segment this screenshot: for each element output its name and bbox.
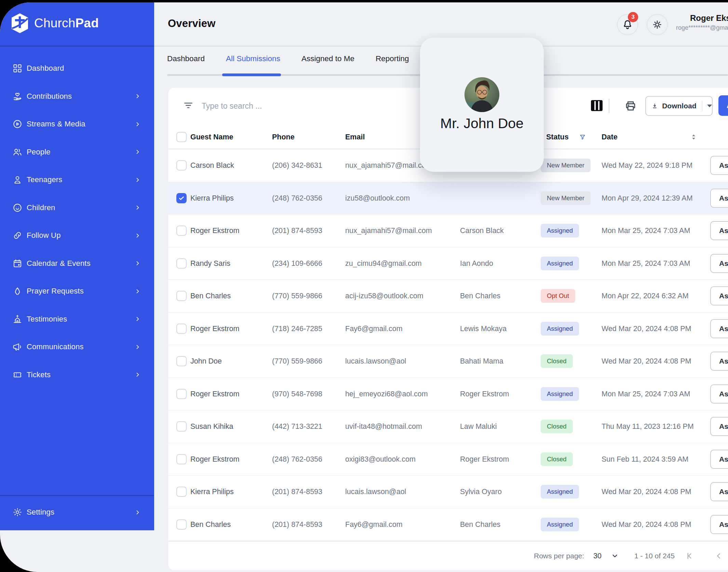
column-header-email[interactable]: Email [345, 133, 365, 141]
row-checkbox[interactable] [176, 193, 187, 203]
row-checkbox[interactable] [176, 291, 187, 301]
sidebar-item-label: Prayer Requests [27, 287, 84, 296]
sidebar-item-calendar-events[interactable]: Calendar & Events [0, 253, 154, 274]
phone-cell: (248) 762-0356 [272, 455, 322, 463]
sidebar-item-dashboard[interactable]: Dashboard [0, 57, 154, 79]
printer-icon [624, 99, 637, 112]
date-cell: Wed Mar 20, 2024 4:08 PM [602, 488, 691, 496]
table-row[interactable]: John Doe(770) 559-9866lucais.lawson@aolB… [168, 345, 728, 378]
status-badge: Closed [541, 354, 573, 368]
sidebar-item-communications[interactable]: Communications [0, 336, 154, 358]
date-cell: Sun Feb 11, 2024 3:59 AM [602, 455, 688, 463]
tab-assigned-to-me[interactable]: Assigned to Me [301, 54, 354, 63]
sidebar-item-testimonies[interactable]: Testimonies [0, 308, 154, 330]
previous-page-button[interactable] [714, 551, 723, 560]
sidebar-item-settings[interactable]: Settings [0, 501, 154, 523]
table-row[interactable]: Ben Charles(770) 559-9866acij-izu58@outl… [168, 280, 728, 313]
row-assign-button[interactable]: Assign [710, 156, 728, 175]
row-assign-button[interactable]: Assign [710, 384, 728, 404]
rows-per-page-label: Rows per page: [534, 552, 584, 560]
sidebar-item-children[interactable]: Children [0, 197, 154, 219]
table-row[interactable]: Roger Ekstrom(970) 548-7698hej_emeyozi68… [168, 378, 728, 411]
user-name: Roger Ekstrom [690, 13, 728, 23]
row-checkbox[interactable] [176, 454, 187, 464]
table-row[interactable]: Randy Saris(234) 109-6666zu_cimu94@gmail… [168, 247, 728, 280]
sidebar-item-label: Teenagers [27, 175, 63, 184]
sidebar-item-tickets[interactable]: Tickets [0, 364, 154, 386]
column-header-phone[interactable]: Phone [272, 133, 295, 141]
table-row[interactable]: Roger Ekstrom(718) 246-7285Fay6@gmail.co… [168, 313, 728, 345]
select-all-checkbox[interactable] [176, 132, 187, 142]
tab-all-submissions[interactable]: All Submissions [226, 54, 280, 63]
sidebar-item-teenagers[interactable]: Teenagers [0, 169, 154, 191]
app-logo-text: ChurchPad [34, 16, 99, 30]
row-assign-button[interactable]: Assign [710, 254, 728, 273]
guest-preview-popup: Mr. John Doe [420, 38, 544, 172]
app-logo[interactable]: ChurchPad [10, 13, 99, 34]
rows-per-page-caret-icon[interactable] [611, 552, 619, 560]
row-assign-button[interactable]: Assign [710, 450, 728, 469]
sidebar-item-contributions[interactable]: Contributions [0, 85, 154, 107]
first-page-button[interactable] [685, 551, 694, 560]
sidebar-item-streams-media[interactable]: Streams & Media [0, 113, 154, 135]
download-icon [651, 101, 658, 110]
row-assign-button[interactable]: Assign [710, 221, 728, 240]
row-assign-button[interactable]: Assign [710, 417, 728, 436]
row-checkbox[interactable] [176, 519, 187, 530]
row-checkbox[interactable] [176, 258, 187, 269]
row-assign-button[interactable]: Assign [710, 482, 728, 501]
download-button[interactable]: Download [645, 96, 713, 116]
guest-name-cell: John Doe [190, 357, 222, 366]
table-row[interactable]: Kierra Philips(201) 874-8593lucais.lawso… [168, 476, 728, 508]
table-row[interactable]: Susan Kihika(442) 713-3221uvif-ita48@hot… [168, 410, 728, 443]
row-checkbox[interactable] [176, 324, 187, 334]
row-assign-button[interactable]: Assign [710, 189, 728, 208]
chevron-right-icon [135, 149, 140, 155]
row-checkbox[interactable] [176, 487, 187, 497]
table-row[interactable]: Roger Ekstrom(248) 762-0356oxigi83@outlo… [168, 443, 728, 476]
print-button[interactable] [624, 99, 637, 114]
chevron-right-icon [135, 205, 140, 210]
date-cell: Wed May 22, 2024 9:18 PM [602, 161, 692, 170]
row-checkbox[interactable] [176, 226, 187, 236]
search-input[interactable] [201, 97, 394, 115]
column-header-guest-name[interactable]: Guest Name [190, 133, 233, 141]
column-header-date[interactable]: Date [602, 133, 618, 141]
guest-name-cell: Randy Saris [190, 259, 230, 268]
download-label: Download [662, 102, 696, 110]
sidebar-item-label: Streams & Media [27, 120, 85, 128]
add-button[interactable]: Add [718, 95, 728, 116]
table-row[interactable]: Kierra Philips(248) 762-0356izu58@outloo… [168, 182, 728, 215]
sidebar-item-follow-up[interactable]: Follow Up [0, 224, 154, 246]
download-caret-icon[interactable] [707, 105, 712, 107]
row-assign-button[interactable]: Assign [710, 286, 728, 305]
user-menu[interactable]: Roger Ekstrom roge*********@gmail.com [690, 13, 728, 23]
guest-popup-name: Mr. John Doe [420, 115, 544, 132]
phone-cell: (201) 874-8593 [272, 520, 322, 529]
table-row[interactable]: Ben Charles(201) 874-8593Fay6@gmail.comB… [168, 508, 728, 541]
notifications-button[interactable]: 3 [617, 14, 638, 35]
row-checkbox[interactable] [176, 421, 187, 432]
sidebar-item-label: Contributions [27, 92, 72, 101]
sidebar-item-prayer-requests[interactable]: Prayer Requests [0, 280, 154, 302]
columns-icon[interactable] [591, 100, 603, 111]
row-checkbox[interactable] [176, 160, 187, 171]
table-row[interactable]: Roger Ekstrom(201) 874-8593nux_ajamahi57… [168, 215, 728, 247]
row-assign-button[interactable]: Assign [710, 515, 728, 534]
theme-toggle-button[interactable] [647, 14, 668, 35]
row-checkbox[interactable] [176, 389, 187, 399]
sidebar-item-people[interactable]: People [0, 141, 154, 163]
phone-cell: (201) 874-8593 [272, 488, 322, 496]
tab-reporting[interactable]: Reporting [376, 54, 409, 63]
rows-per-page-value[interactable]: 30 [593, 552, 602, 560]
tab-dashboard[interactable]: Dashboard [167, 54, 205, 63]
row-checkbox[interactable] [176, 356, 187, 366]
row-assign-button[interactable]: Assign [710, 352, 728, 371]
megaphone-icon [12, 342, 23, 352]
status-filter-icon[interactable] [579, 134, 586, 140]
column-header-status[interactable]: Status [546, 133, 569, 141]
row-assign-button[interactable]: Assign [710, 319, 728, 338]
sidebar-item-label: Settings [27, 508, 54, 517]
email-cell: uvif-ita48@hotmail.com [345, 422, 422, 431]
date-sort-icon[interactable] [691, 134, 696, 140]
